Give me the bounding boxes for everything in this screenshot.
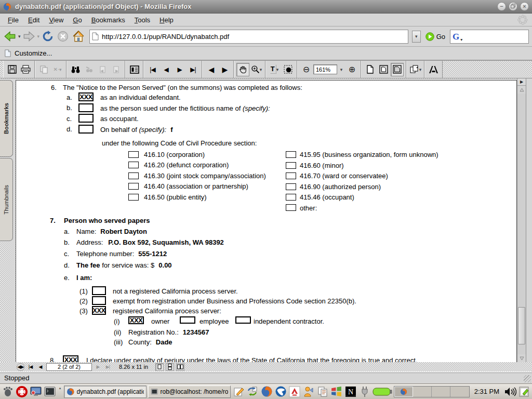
checkbox-other[interactable] xyxy=(286,204,296,211)
pdf-splitter-button[interactable]: ◀▶ xyxy=(17,363,24,371)
go-button[interactable]: Go xyxy=(422,32,448,41)
checkbox-415-95[interactable] xyxy=(286,151,296,158)
menu-edit[interactable]: Edit xyxy=(23,15,44,25)
checkbox-sub2[interactable] xyxy=(92,296,106,305)
pdf-find-button[interactable] xyxy=(69,63,82,76)
thunderbird-launcher-icon[interactable] xyxy=(274,385,287,398)
pdf-prev-page-button[interactable]: ◀ xyxy=(159,63,172,76)
firefox-launcher-icon[interactable] xyxy=(260,385,273,398)
workspace-1[interactable] xyxy=(394,387,413,397)
pdf-fit-window-button[interactable] xyxy=(377,63,390,76)
pane-expand-button[interactable]: ▶ xyxy=(517,78,526,86)
customize-bookmarks[interactable]: Customize... xyxy=(15,49,52,57)
checkbox-416-30[interactable] xyxy=(128,172,139,179)
pdf-history-back-button[interactable]: ◀ xyxy=(205,63,218,76)
task-button-firefox[interactable]: dynabatch.pdf (applicatio xyxy=(64,385,147,398)
resize-grip[interactable] xyxy=(524,375,531,382)
workspace-4[interactable] xyxy=(450,387,469,397)
checkbox-6b[interactable] xyxy=(78,103,94,112)
forward-dropdown[interactable]: ▾ xyxy=(37,34,40,38)
pdf-zoom-value[interactable]: 161% xyxy=(313,64,337,74)
pdf-search-prev-button[interactable] xyxy=(96,63,109,76)
checkbox-owner[interactable]: XXX xyxy=(128,316,144,324)
close-button[interactable]: × xyxy=(520,2,529,11)
tab-thumbnails[interactable]: Thumbnails xyxy=(0,158,13,241)
messenger-launcher-icon[interactable] xyxy=(302,385,315,398)
page-number-field[interactable]: 2 (2 of 2) xyxy=(46,363,92,371)
screenshot-monitor-icon[interactable] xyxy=(30,385,42,398)
pdf-search-next-button[interactable] xyxy=(110,63,123,76)
continuous-mode-button[interactable] xyxy=(166,363,174,371)
checkbox-415-46[interactable] xyxy=(286,194,296,201)
battery-monitor-icon[interactable] xyxy=(373,385,392,398)
pdf-rotate-pages-button[interactable]: ▾ xyxy=(409,63,422,76)
windows-launcher-icon[interactable] xyxy=(330,385,343,398)
pdf-select-tool-dropdown[interactable]: ✕· ▾ xyxy=(51,63,64,76)
google-logo-icon[interactable]: G xyxy=(453,32,459,41)
pdf-actual-size-button[interactable] xyxy=(364,63,377,76)
power-plug-icon[interactable] xyxy=(358,385,371,398)
pdf-nav-pane-button[interactable] xyxy=(128,63,141,76)
pdf-zoom-out-button[interactable]: ⊖ xyxy=(300,63,313,76)
search-engine-dropdown[interactable]: ▾ xyxy=(460,37,462,42)
menu-go[interactable]: Go xyxy=(68,15,86,25)
scrollbar-thumb[interactable] xyxy=(518,307,525,344)
pdf-print-button[interactable] xyxy=(19,63,32,76)
help-lifebuoy-icon[interactable] xyxy=(16,385,28,398)
maximize-button[interactable] xyxy=(509,2,517,11)
pdf-zoom-tool[interactable]: ▾ xyxy=(250,63,263,76)
checkbox-6a[interactable]: XXX xyxy=(78,92,94,101)
pdf-graphics-select-tool[interactable] xyxy=(282,63,295,76)
workspace-2[interactable] xyxy=(413,387,432,397)
notes-applet-icon[interactable] xyxy=(518,385,530,398)
checkbox-416-50[interactable] xyxy=(128,194,139,201)
netscape-launcher-icon[interactable]: N xyxy=(344,385,357,398)
single-page-mode-button[interactable] xyxy=(155,363,164,371)
pdf-history-forward-button[interactable]: ▶ xyxy=(218,63,231,76)
menu-bookmarks[interactable]: Bookmarks xyxy=(87,15,130,25)
pdf-last-page-button[interactable]: ▶| xyxy=(187,63,200,76)
checkbox-416-60[interactable] xyxy=(286,162,296,169)
pdf-scrollbar[interactable]: ▶ xyxy=(517,78,526,362)
pdf-copy-button[interactable] xyxy=(37,63,50,76)
pdf-adobe-button[interactable] xyxy=(427,63,440,76)
reload-button[interactable] xyxy=(41,29,55,44)
status-next-page-button[interactable]: ▶ xyxy=(94,363,102,371)
status-first-page-button[interactable]: |◀ xyxy=(26,363,34,371)
search-box[interactable]: G ▾ xyxy=(450,30,529,44)
stop-button[interactable] xyxy=(56,29,70,44)
checkbox-416-90[interactable] xyxy=(286,183,296,190)
pdf-text-select-tool[interactable]: T ▾ xyxy=(268,63,281,76)
back-button[interactable] xyxy=(3,29,17,44)
forward-button[interactable] xyxy=(22,29,36,44)
notes-launcher-icon[interactable] xyxy=(232,385,245,398)
documents-launcher-icon[interactable] xyxy=(316,385,329,398)
sync-launcher-icon[interactable] xyxy=(246,385,259,398)
checkbox-416-10[interactable] xyxy=(128,151,139,158)
volume-icon[interactable] xyxy=(504,385,516,398)
minimize-button[interactable]: − xyxy=(497,2,506,11)
pdf-zoom-dropdown[interactable]: ▾ xyxy=(338,63,345,76)
gnome-menu-icon[interactable] xyxy=(2,385,14,398)
back-dropdown[interactable]: ▾ xyxy=(18,34,21,38)
terminal-launcher-icon[interactable] xyxy=(44,385,56,398)
pdf-zoom-in-button[interactable]: ⊕ xyxy=(345,63,358,76)
checkbox-sub3[interactable]: XXX xyxy=(92,306,106,315)
checkbox-item8[interactable]: XXX xyxy=(63,355,78,362)
checkbox-employee[interactable] xyxy=(180,316,195,324)
home-button[interactable] xyxy=(71,29,86,44)
checkbox-416-70[interactable] xyxy=(286,172,296,179)
url-history-dropdown[interactable]: ▾ xyxy=(412,31,421,43)
status-last-page-button[interactable]: ▶| xyxy=(104,363,112,371)
checkbox-sub1[interactable] xyxy=(92,286,106,295)
menu-tools[interactable]: Tools xyxy=(130,15,155,25)
url-input[interactable]: http://127.0.0.1/pup/RANDL/dynabatch.pdf xyxy=(102,33,406,41)
pdf-next-page-button[interactable]: ▶ xyxy=(173,63,186,76)
window-list-expander[interactable]: ▴ xyxy=(58,385,62,398)
scroll-down-button[interactable] xyxy=(517,354,526,362)
pdf-find-again-button[interactable] xyxy=(83,63,96,76)
url-bar[interactable]: http://127.0.0.1/pup/RANDL/dynabatch.pdf xyxy=(89,30,408,44)
menu-file[interactable]: File xyxy=(3,15,23,25)
pdf-save-button[interactable] xyxy=(6,63,19,76)
tab-bookmarks[interactable]: Bookmarks xyxy=(0,80,13,157)
